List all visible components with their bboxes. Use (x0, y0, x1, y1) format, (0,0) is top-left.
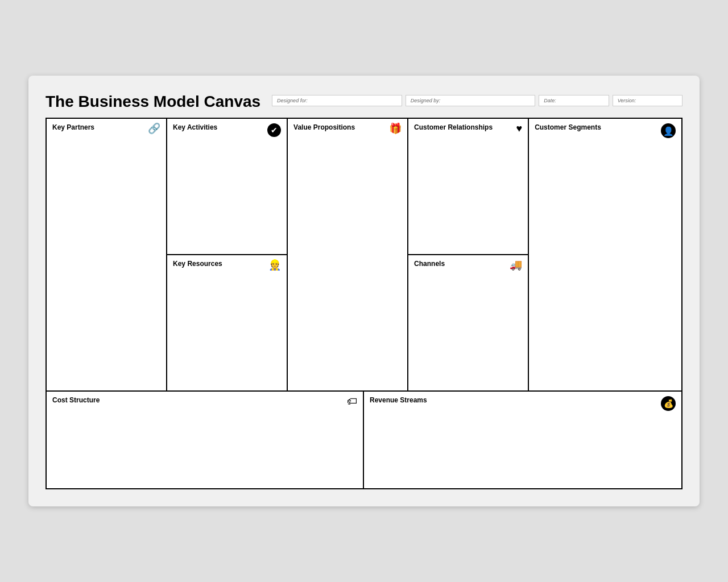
cost-structure-header: Cost Structure 🏷 (52, 396, 357, 406)
value-propositions-cell[interactable]: Value Propositions 🎁 (288, 119, 408, 390)
customer-segments-header: Customer Segments 👤 (535, 123, 676, 138)
revenue-streams-header: Revenue Streams 💰 (370, 396, 676, 411)
key-resources-cell[interactable]: Key Resources 👷 (167, 255, 287, 390)
key-partners-title: Key Partners (52, 123, 94, 131)
customer-relationships-cell[interactable]: Customer Relationships ♥ (408, 119, 528, 255)
channels-icon: 🚚 (510, 260, 522, 270)
key-activities-title: Key Activities (173, 123, 217, 131)
page-title: The Business Model Canvas (46, 93, 260, 111)
channels-header: Channels 🚚 (414, 260, 522, 270)
version-field[interactable]: Version: (613, 95, 682, 106)
cost-structure-cell[interactable]: Cost Structure 🏷 (47, 392, 364, 488)
cost-structure-icon: 🏷 (347, 396, 357, 406)
page-wrapper: The Business Model Canvas Designed for: … (28, 76, 700, 506)
key-activities-cell[interactable]: Key Activities ✔ (167, 119, 287, 255)
designed-by-field[interactable]: Designed by: (406, 95, 536, 106)
date-field[interactable]: Date: (539, 95, 609, 106)
cr-channels-col: Customer Relationships ♥ Channels 🚚 (408, 119, 529, 390)
revenue-streams-title: Revenue Streams (370, 396, 427, 404)
customer-segments-icon: 👤 (661, 123, 676, 138)
key-resources-header: Key Resources 👷 (173, 260, 281, 270)
version-label: Version: (618, 98, 677, 103)
customer-segments-cell[interactable]: Customer Segments 👤 (529, 119, 681, 390)
key-resources-icon: 👷 (268, 260, 281, 270)
activities-resources-col: Key Activities ✔ Key Resources 👷 (167, 119, 288, 390)
key-partners-header: Key Partners 🔗 (52, 123, 160, 134)
revenue-streams-cell[interactable]: Revenue Streams 💰 (364, 392, 681, 488)
header: The Business Model Canvas Designed for: … (46, 93, 682, 111)
customer-relationships-icon: ♥ (516, 123, 522, 134)
canvas-bottom: Cost Structure 🏷 Revenue Streams 💰 (47, 392, 681, 488)
key-partners-icon: 🔗 (148, 123, 160, 134)
key-activities-icon: ✔ (267, 123, 281, 137)
key-partners-cell[interactable]: Key Partners 🔗 (47, 119, 167, 390)
revenue-streams-icon: 💰 (661, 396, 676, 411)
designed-for-field[interactable]: Designed for: (272, 95, 402, 106)
value-propositions-title: Value Propositions (293, 123, 355, 131)
customer-relationships-title: Customer Relationships (414, 123, 493, 131)
channels-cell[interactable]: Channels 🚚 (408, 255, 528, 390)
designed-by-label: Designed by: (411, 98, 531, 103)
customer-relationships-header: Customer Relationships ♥ (414, 123, 522, 134)
customer-segments-title: Customer Segments (535, 123, 601, 131)
header-fields: Designed for: Designed by: Date: Version… (272, 95, 682, 106)
value-propositions-icon: 🎁 (389, 123, 402, 134)
channels-title: Channels (414, 260, 445, 268)
value-propositions-header: Value Propositions 🎁 (293, 123, 402, 134)
canvas: Key Partners 🔗 Key Activities ✔ Key Reso… (46, 118, 682, 489)
cost-structure-title: Cost Structure (52, 396, 100, 404)
date-label: Date: (544, 98, 603, 103)
key-resources-title: Key Resources (173, 260, 222, 268)
key-activities-header: Key Activities ✔ (173, 123, 281, 137)
designed-for-label: Designed for: (277, 98, 397, 103)
canvas-top: Key Partners 🔗 Key Activities ✔ Key Reso… (47, 119, 681, 392)
